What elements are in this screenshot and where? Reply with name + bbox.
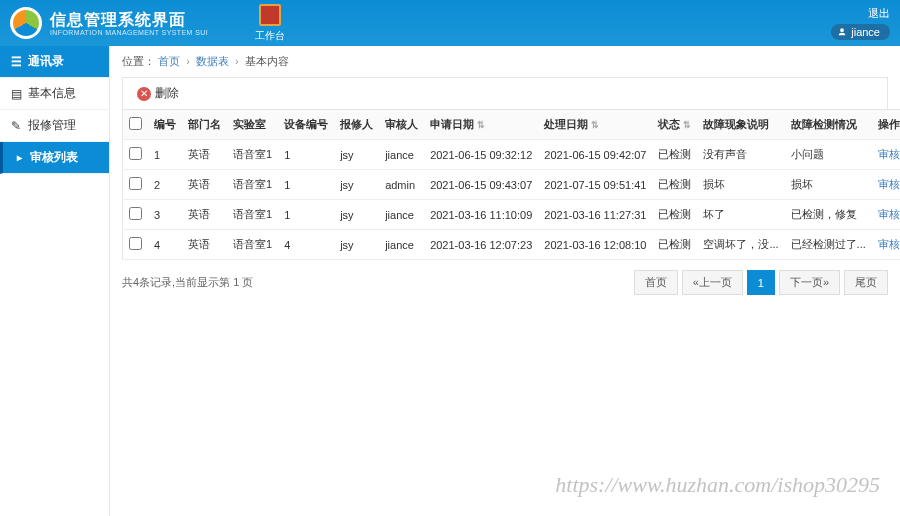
table-row: 3英语语音室11jsyjiance2021-03-16 11:10:092021… <box>123 200 901 230</box>
cell-dept: 英语 <box>182 200 227 230</box>
breadcrumb-datatable[interactable]: 数据表 <box>196 55 229 67</box>
sidebar: ☰ 通讯录 ▤ 基本信息 ✎ 报修管理 ≡ 审核列表 <box>0 46 110 516</box>
sidebar-item-basicinfo[interactable]: ▤ 基本信息 <box>0 78 109 110</box>
cell-num: 3 <box>148 200 182 230</box>
th-checkbox <box>123 110 149 140</box>
cell-dept: 英语 <box>182 170 227 200</box>
th-result[interactable]: 故障检测情况 <box>785 110 872 140</box>
cell-apply-date: 2021-06-15 09:32:12 <box>424 140 538 170</box>
th-handle-date[interactable]: 处理日期 <box>538 110 652 140</box>
pager-prev[interactable]: «上一页 <box>682 270 743 295</box>
data-table: 编号 部门名 实验室 设备编号 报修人 审核人 申请日期 处理日期 状态 故障现… <box>122 109 900 260</box>
cell-lab: 语音室1 <box>227 230 278 260</box>
sidebar-item-contacts[interactable]: ☰ 通讯录 <box>0 46 109 78</box>
cell-dept: 英语 <box>182 230 227 260</box>
th-auditor[interactable]: 审核人 <box>379 110 424 140</box>
cell-desc: 没有声音 <box>697 140 784 170</box>
th-status[interactable]: 状态 <box>652 110 697 140</box>
th-apply-date[interactable]: 申请日期 <box>424 110 538 140</box>
sidebar-item-label: 通讯录 <box>28 53 64 70</box>
pager-first[interactable]: 首页 <box>634 270 678 295</box>
pager-row: 共4条记录,当前显示第 1 页 首页 «上一页 1 下一页» 尾页 <box>122 270 888 295</box>
app-subtitle: INFORMATION MANAGEMENT SYSTEM SUI <box>50 29 208 36</box>
cell-result: 已检测，修复 <box>785 200 872 230</box>
pager-summary: 共4条记录,当前显示第 1 页 <box>122 275 253 290</box>
delete-button-label: 删除 <box>155 85 179 102</box>
pager-page-1[interactable]: 1 <box>747 270 775 295</box>
th-reporter[interactable]: 报修人 <box>334 110 379 140</box>
cell-result: 小问题 <box>785 140 872 170</box>
pager-next[interactable]: 下一页» <box>779 270 840 295</box>
main-content: 位置： 首页 › 数据表 › 基本内容 ✕ 删除 编号 部门名 实验室 设备编号… <box>110 46 900 516</box>
row-checkbox[interactable] <box>129 177 142 190</box>
cell-auditor: jiance <box>379 140 424 170</box>
username: jiance <box>851 26 880 38</box>
logout-link[interactable]: 退出 <box>868 6 890 21</box>
cell-ops: 审核 <box>872 170 900 200</box>
cell-desc: 空调坏了，没... <box>697 230 784 260</box>
header-right: 退出 jiance <box>831 6 890 40</box>
close-icon: ✕ <box>137 87 151 101</box>
cell-reporter: jsy <box>334 140 379 170</box>
cell-lab: 语音室1 <box>227 170 278 200</box>
top-nav: 工作台 <box>248 4 292 43</box>
table-row: 2英语语音室11jsyadmin2021-06-15 09:43:072021-… <box>123 170 901 200</box>
cell-lab: 语音室1 <box>227 140 278 170</box>
th-dept[interactable]: 部门名 <box>182 110 227 140</box>
app-header: 信息管理系统界面 INFORMATION MANAGEMENT SYSTEM S… <box>0 0 900 46</box>
cell-apply-date: 2021-03-16 11:10:09 <box>424 200 538 230</box>
row-checkbox[interactable] <box>129 237 142 250</box>
topnav-workbench-label: 工作台 <box>255 30 285 41</box>
pager: 首页 «上一页 1 下一页» 尾页 <box>634 270 888 295</box>
audit-link[interactable]: 审核 <box>878 238 900 250</box>
audit-link[interactable]: 审核 <box>878 208 900 220</box>
cell-device: 1 <box>278 170 334 200</box>
cell-ops: 审核 <box>872 200 900 230</box>
select-all-checkbox[interactable] <box>129 117 142 130</box>
sidebar-item-auditlist[interactable]: ≡ 审核列表 <box>0 142 109 174</box>
cell-desc: 坏了 <box>697 200 784 230</box>
cell-handle-date: 2021-03-16 12:08:10 <box>538 230 652 260</box>
cell-result: 已经检测过了... <box>785 230 872 260</box>
audit-link[interactable]: 审核 <box>878 178 900 190</box>
breadcrumb-home[interactable]: 首页 <box>158 55 180 67</box>
topnav-workbench[interactable]: 工作台 <box>248 4 292 43</box>
cell-apply-date: 2021-03-16 12:07:23 <box>424 230 538 260</box>
pager-last[interactable]: 尾页 <box>844 270 888 295</box>
user-badge[interactable]: jiance <box>831 24 890 40</box>
th-device[interactable]: 设备编号 <box>278 110 334 140</box>
app-title: 信息管理系统界面 <box>50 10 208 31</box>
table-header-row: 编号 部门名 实验室 设备编号 报修人 审核人 申请日期 处理日期 状态 故障现… <box>123 110 901 140</box>
workbench-icon <box>259 4 281 26</box>
cell-num: 1 <box>148 140 182 170</box>
row-checkbox[interactable] <box>129 207 142 220</box>
cell-reporter: jsy <box>334 230 379 260</box>
cell-dept: 英语 <box>182 140 227 170</box>
cell-ops: 审核 <box>872 140 900 170</box>
sidebar-item-label: 审核列表 <box>30 149 78 166</box>
th-num[interactable]: 编号 <box>148 110 182 140</box>
table-row: 1英语语音室11jsyjiance2021-06-15 09:32:122021… <box>123 140 901 170</box>
audit-link[interactable]: 审核 <box>878 148 900 160</box>
sidebar-item-repair[interactable]: ✎ 报修管理 <box>0 110 109 142</box>
delete-button[interactable]: ✕ 删除 <box>131 83 185 104</box>
cell-device: 1 <box>278 200 334 230</box>
sidebar-item-label: 基本信息 <box>28 85 76 102</box>
edit-icon: ✎ <box>10 120 22 132</box>
breadcrumb-current: 基本内容 <box>245 55 289 67</box>
cell-handle-date: 2021-06-15 09:42:07 <box>538 140 652 170</box>
breadcrumb-prefix: 位置： <box>122 55 155 67</box>
logo-icon <box>10 7 42 39</box>
cell-desc: 损坏 <box>697 170 784 200</box>
cell-lab: 语音室1 <box>227 200 278 230</box>
cell-status: 已检测 <box>652 200 697 230</box>
cell-status: 已检测 <box>652 170 697 200</box>
row-checkbox[interactable] <box>129 147 142 160</box>
th-lab[interactable]: 实验室 <box>227 110 278 140</box>
table-row: 4英语语音室14jsyjiance2021-03-16 12:07:232021… <box>123 230 901 260</box>
cell-reporter: jsy <box>334 200 379 230</box>
cell-apply-date: 2021-06-15 09:43:07 <box>424 170 538 200</box>
doc-icon: ▤ <box>10 88 22 100</box>
cell-auditor: jiance <box>379 200 424 230</box>
th-desc[interactable]: 故障现象说明 <box>697 110 784 140</box>
